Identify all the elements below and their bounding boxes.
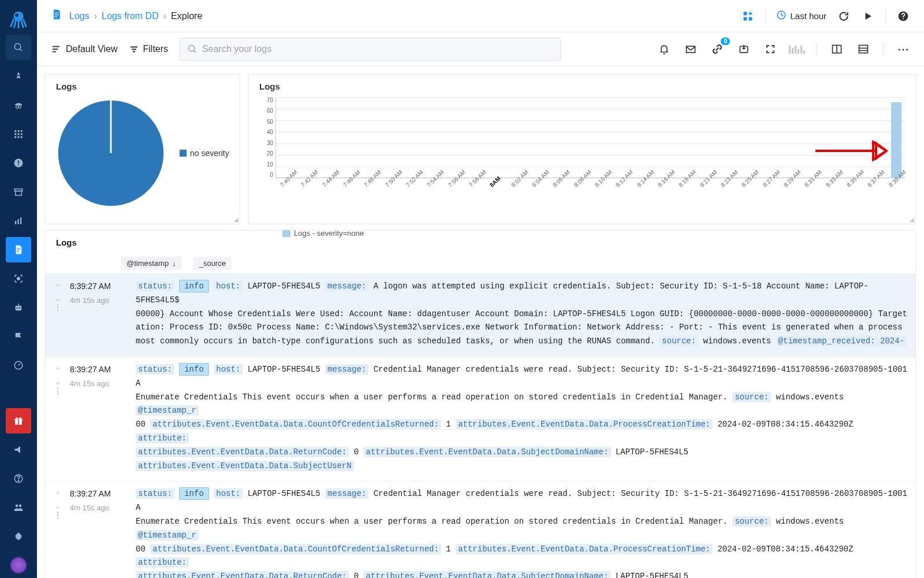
svg-point-0 (13, 12, 23, 21)
search-icon[interactable] (6, 35, 31, 60)
log-row[interactable]: ⌃⌄⋮8:39:27 AM4m 15s agostatus: info host… (46, 273, 915, 357)
log-list: ⌃⌄⋮8:39:27 AM4m 15s agostatus: info host… (46, 273, 915, 578)
row-timestamp: 8:39:27 AM4m 15s ago (70, 487, 128, 578)
archive-icon[interactable] (6, 179, 31, 205)
split-view-icon[interactable] (830, 42, 844, 56)
filter-icon (129, 45, 139, 54)
log-row[interactable]: ⌃⌄⋮8:39:27 AM4m 15s agostatus: info host… (46, 357, 915, 481)
row-timestamp: 8:39:27 AM4m 15s ago (70, 280, 128, 349)
search-icon (187, 44, 198, 54)
megaphone-icon[interactable] (6, 437, 31, 462)
refresh-icon[interactable] (837, 9, 851, 23)
pie-legend[interactable]: no severity (180, 149, 229, 158)
gear-icon[interactable] (6, 524, 31, 549)
svg-rect-51 (131, 46, 137, 47)
svg-rect-41 (55, 16, 57, 17)
search-input[interactable] (202, 44, 553, 54)
clock-icon (776, 10, 787, 22)
robot-icon[interactable] (6, 295, 31, 320)
x-axis: 7:40 AM7:42 AM7:44 AM7:46 AM7:48 AM7:50 … (275, 180, 905, 203)
add-widget-icon[interactable] (741, 9, 755, 23)
chart-icon[interactable] (6, 208, 31, 234)
resize-handle-icon[interactable]: ◢ (234, 216, 239, 223)
svg-rect-43 (744, 17, 747, 20)
grid-icon[interactable] (6, 121, 31, 147)
svg-rect-10 (18, 134, 20, 135)
flag-icon[interactable] (6, 324, 31, 349)
alert-icon[interactable] (6, 150, 31, 176)
svg-point-26 (17, 277, 20, 280)
export-icon[interactable] (737, 42, 751, 56)
main-area: Logs › Logs from DD › Explore Last hour (37, 0, 924, 578)
default-view-button[interactable]: Default View (51, 44, 118, 54)
wheel-badge-icon[interactable] (6, 553, 31, 578)
row-timestamp: 8:39:27 AM4m 15s ago (70, 363, 128, 473)
gift-icon[interactable] (6, 408, 31, 433)
svg-point-37 (16, 505, 18, 507)
svg-rect-44 (749, 17, 752, 20)
topbar-help-icon[interactable] (896, 9, 910, 23)
svg-rect-7 (18, 130, 20, 132)
resize-handle-icon[interactable]: ◢ (910, 216, 914, 223)
legend-swatch-icon (180, 150, 187, 157)
svg-line-3 (20, 49, 22, 51)
svg-point-47 (903, 18, 904, 19)
breadcrumb: Logs › Logs from DD › Explore (69, 11, 202, 21)
breadcrumb-sep-icon: › (163, 11, 166, 21)
svg-rect-60 (859, 45, 868, 53)
svg-point-36 (18, 480, 19, 481)
svg-rect-11 (21, 134, 23, 135)
svg-line-55 (193, 50, 196, 53)
bell-icon[interactable] (657, 42, 671, 56)
breadcrumb-logs[interactable]: Logs (69, 11, 90, 21)
logs-section: Logs @timestamp ↓ _source ⌃⌄⋮8:39:27 AM4… (45, 230, 916, 578)
scan-icon[interactable] (6, 266, 31, 291)
row-handle[interactable]: ⌃⌄⋮ (54, 487, 62, 578)
list-view-icon[interactable] (856, 42, 870, 56)
pie-chart[interactable] (56, 98, 166, 208)
bar-chart[interactable]: 706050403020100 7:40 AM7:42 AM7:44 AM7:4… (275, 97, 905, 201)
row-handle[interactable]: ⌃⌄⋮ (54, 363, 62, 473)
fullscreen-icon[interactable] (763, 42, 777, 56)
svg-rect-12 (14, 136, 16, 138)
more-icon[interactable]: ⋯ (896, 42, 910, 56)
people-icon[interactable] (6, 495, 31, 520)
play-icon[interactable] (861, 9, 875, 23)
time-range-picker[interactable]: Last hour (776, 10, 826, 22)
svg-rect-22 (20, 217, 21, 224)
rocket-icon[interactable] (6, 64, 31, 89)
document-icon[interactable] (6, 237, 31, 262)
default-view-label: Default View (66, 44, 118, 54)
logo-icon[interactable] (6, 6, 31, 31)
topbar: Logs › Logs from DD › Explore Last hour (37, 0, 924, 32)
spy-icon[interactable] (6, 92, 31, 118)
link-badge-count: 0 (721, 38, 730, 45)
svg-point-28 (17, 307, 18, 309)
svg-rect-23 (17, 248, 20, 249)
svg-point-29 (19, 307, 20, 309)
svg-point-4 (16, 106, 19, 109)
bar-legend[interactable]: Logs - severity=none (282, 229, 905, 238)
breadcrumb-logs-from-dd[interactable]: Logs from DD (102, 11, 159, 21)
row-body: status: info host: LAPTOP-5FHES4L5 messa… (136, 280, 907, 349)
time-range-label: Last hour (790, 11, 826, 21)
row-handle[interactable]: ⌃⌄⋮ (54, 280, 62, 349)
pie-legend-label: no severity (190, 149, 229, 158)
log-row[interactable]: ⌃⌄⋮8:39:27 AM4m 15s agostatus: info host… (46, 481, 915, 578)
column-timestamp[interactable]: @timestamp ↓ (121, 257, 182, 270)
chart-grid (275, 97, 905, 178)
svg-rect-21 (18, 219, 19, 224)
svg-rect-8 (21, 130, 23, 132)
help-icon[interactable] (6, 466, 31, 491)
mail-icon[interactable] (684, 42, 698, 56)
svg-rect-25 (17, 251, 19, 252)
link-icon[interactable]: 0 (710, 42, 724, 56)
y-axis: 706050403020100 (260, 97, 273, 178)
column-source[interactable]: _source (193, 257, 232, 270)
barcode-icon[interactable] (790, 42, 804, 56)
gauge-icon[interactable] (6, 353, 31, 378)
filters-button[interactable]: Filters (129, 44, 169, 54)
menu-icon (51, 44, 61, 54)
row-body: status: info host: LAPTOP-5FHES4L5 messa… (136, 487, 907, 578)
search-box[interactable] (180, 38, 561, 61)
